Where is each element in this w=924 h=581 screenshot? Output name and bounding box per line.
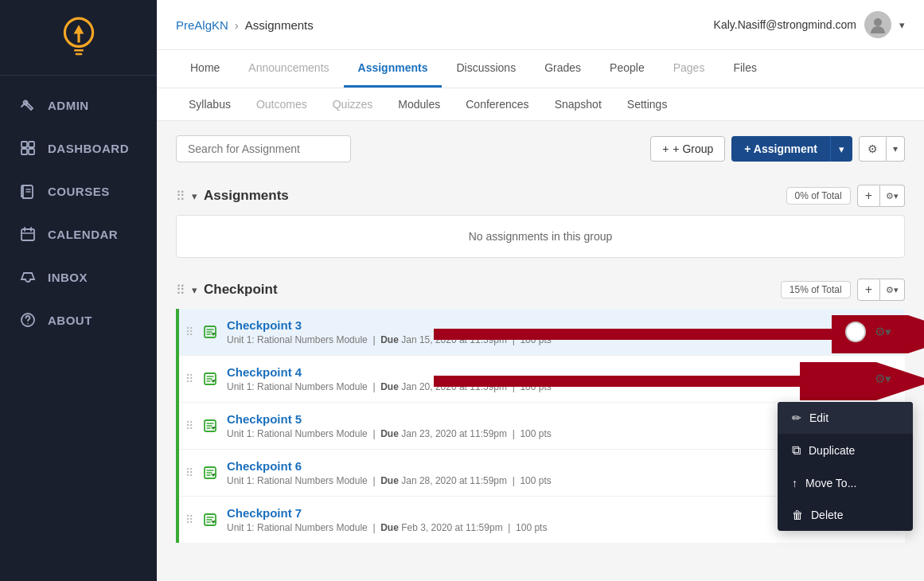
tab-discussions[interactable]: Discussions xyxy=(442,50,530,88)
svg-rect-8 xyxy=(21,229,34,240)
cp5-name[interactable]: Checkpoint 5 xyxy=(227,412,863,426)
cp7-meta: Unit 1: Rational Numbers Module | Due Fe… xyxy=(227,522,844,533)
svg-rect-7 xyxy=(29,149,34,154)
tab-grades[interactable]: Grades xyxy=(530,50,595,88)
tag-icon xyxy=(19,96,37,114)
cp7-drag-handle[interactable]: ⠿ xyxy=(185,513,193,526)
calendar-icon xyxy=(19,225,37,243)
context-menu-edit[interactable]: ✏ Edit xyxy=(778,402,913,434)
context-menu-duplicate[interactable]: ⧉ Duplicate xyxy=(778,434,913,467)
global-settings-caret-button[interactable]: ▾ xyxy=(887,136,905,162)
toolbar-buttons: + + Group + Assignment ▾ ⚙ ▾ xyxy=(650,136,905,162)
user-area: Kaly.Nasiff@strongmind.com ▾ xyxy=(714,11,905,38)
cp7-name[interactable]: Checkpoint 7 xyxy=(227,506,844,520)
add-assignment-button[interactable]: + Assignment xyxy=(731,136,830,162)
breadcrumb-separator: › xyxy=(235,18,239,32)
edit-icon: ✏ xyxy=(792,411,801,424)
breadcrumb-link[interactable]: PreAlgKN xyxy=(176,18,228,32)
sidebar-item-calendar[interactable]: CALENDAR xyxy=(0,213,157,255)
sidebar-item-admin[interactable]: ADMIN xyxy=(0,84,157,127)
tab-quizzes[interactable]: Quizzes xyxy=(320,88,386,120)
cp3-assignment-icon xyxy=(201,325,219,339)
svg-point-10 xyxy=(27,323,29,325)
checkpoint-group: ⠿ ▾ Checkpoint 15% of Total + ⚙▾ ⠿ xyxy=(176,271,905,543)
assignments-group: ⠿ ▾ Assignments 0% of Total + ⚙▾ No assi… xyxy=(176,177,905,258)
sidebar-item-courses-label: COURSES xyxy=(48,185,110,198)
topbar: PreAlgKN › Assignments Kaly.Nasiff@stron… xyxy=(157,0,924,50)
checkpoint-group-title-area: ⠿ ▾ Checkpoint xyxy=(176,282,278,298)
book-icon xyxy=(19,182,37,200)
tab-modules[interactable]: Modules xyxy=(385,88,453,120)
help-icon xyxy=(19,311,37,329)
primary-nav-tabs: Home Announcements Assignments Discussio… xyxy=(157,50,924,88)
checkpoint-group-add-button[interactable]: + xyxy=(857,279,880,301)
cp3-meta: Unit 1: Rational Numbers Module | Due Ja… xyxy=(227,334,837,345)
add-group-button[interactable]: + + Group xyxy=(650,136,725,162)
user-dropdown-icon[interactable]: ▾ xyxy=(899,19,905,31)
sidebar-item-courses[interactable]: COURSES xyxy=(0,170,157,213)
tab-people[interactable]: People xyxy=(595,50,659,88)
sidebar-item-inbox[interactable]: INBOX xyxy=(0,255,157,298)
context-menu-moveto[interactable]: ↑ Move To... xyxy=(778,467,913,499)
cp3-drag-handle[interactable]: ⠿ xyxy=(185,326,193,338)
context-delete-label: Delete xyxy=(811,509,843,521)
avatar xyxy=(864,11,891,38)
tab-announcements[interactable]: Announcements xyxy=(234,50,343,88)
sidebar-item-dashboard[interactable]: DASHBOARD xyxy=(0,127,157,170)
cp4-actions: ⚙▾ xyxy=(871,369,895,388)
cp4-name[interactable]: Checkpoint 4 xyxy=(227,365,863,379)
context-menu-delete[interactable]: 🗑 Delete xyxy=(778,499,913,531)
cp5-drag-handle[interactable]: ⠿ xyxy=(185,419,193,432)
sidebar-item-dashboard-label: DASHBOARD xyxy=(48,142,129,155)
tab-home[interactable]: Home xyxy=(176,50,234,88)
cp4-assignment-icon xyxy=(201,372,219,386)
cp6-meta: Unit 1: Rational Numbers Module | Due Ja… xyxy=(227,475,844,486)
tab-files[interactable]: Files xyxy=(719,50,771,88)
checkpoint-group-collapse-icon[interactable]: ▾ xyxy=(192,284,197,296)
context-duplicate-label: Duplicate xyxy=(809,444,855,457)
checkpoint-group-settings-button[interactable]: ⚙▾ xyxy=(880,279,905,301)
assignments-group-add-button[interactable]: + xyxy=(857,185,880,207)
checkpoint-group-header: ⠿ ▾ Checkpoint 15% of Total + ⚙▾ xyxy=(176,271,905,309)
tab-conferences[interactable]: Conferences xyxy=(453,88,541,120)
tab-pages[interactable]: Pages xyxy=(659,50,719,88)
sidebar-item-inbox-label: INBOX xyxy=(48,271,88,284)
no-assignments-message: No assignments in this group xyxy=(176,215,905,258)
global-settings-button[interactable]: ⚙ xyxy=(859,136,887,162)
tab-settings-nav[interactable]: Settings xyxy=(614,88,680,120)
content-toolbar: + + Group + Assignment ▾ ⚙ ▾ xyxy=(176,135,905,162)
sidebar-logo xyxy=(0,0,157,76)
cp7-assignment-icon xyxy=(201,513,219,527)
checkpoint-group-drag-handle[interactable]: ⠿ xyxy=(176,283,185,298)
cp6-drag-handle[interactable]: ⠿ xyxy=(185,466,193,479)
cp5-info: Checkpoint 5 Unit 1: Rational Numbers Mo… xyxy=(227,412,863,439)
tab-syllabus[interactable]: Syllabus xyxy=(176,88,244,120)
svg-rect-6 xyxy=(21,149,27,154)
sidebar-item-about[interactable]: ABOUT xyxy=(0,298,157,341)
cp4-gear-button[interactable]: ⚙▾ xyxy=(871,369,895,388)
sidebar-nav: ADMIN DASHBOARD COURSES CALENDAR INBOX xyxy=(0,84,157,341)
tab-snapshot[interactable]: Snapshot xyxy=(542,88,614,120)
main-content: PreAlgKN › Assignments Kaly.Nasiff@stron… xyxy=(157,0,924,581)
delete-icon: 🗑 xyxy=(792,509,803,521)
context-menu: ✏ Edit ⧉ Duplicate ↑ Move To... 🗑 xyxy=(778,402,913,531)
content-area: + + Group + Assignment ▾ ⚙ ▾ ⠿ xyxy=(157,121,924,581)
search-input[interactable] xyxy=(176,135,351,162)
tab-outcomes[interactable]: Outcomes xyxy=(244,88,320,120)
cp3-name[interactable]: Checkpoint 3 xyxy=(227,318,837,332)
svg-rect-5 xyxy=(29,142,34,147)
add-assignment-caret-button[interactable]: ▾ xyxy=(830,136,852,162)
cp6-assignment-icon xyxy=(201,466,219,480)
cp6-name[interactable]: Checkpoint 6 xyxy=(227,459,844,473)
cp4-drag-handle[interactable]: ⠿ xyxy=(185,372,193,385)
grid-icon xyxy=(19,139,37,157)
assignments-group-settings-button[interactable]: ⚙▾ xyxy=(880,185,905,207)
assignments-group-collapse-icon[interactable]: ▾ xyxy=(192,190,197,202)
tab-assignments[interactable]: Assignments xyxy=(344,50,443,88)
cp6-info: Checkpoint 6 Unit 1: Rational Numbers Mo… xyxy=(227,459,844,486)
assignments-group-title-area: ⠿ ▾ Assignments xyxy=(176,188,289,204)
assignments-group-drag-handle[interactable]: ⠿ xyxy=(176,189,185,204)
cp3-gear-button[interactable]: ⚙▾ xyxy=(871,322,895,341)
assignments-group-badge: 0% of Total xyxy=(786,187,851,205)
cp4-info: Checkpoint 4 Unit 1: Rational Numbers Mo… xyxy=(227,365,863,392)
